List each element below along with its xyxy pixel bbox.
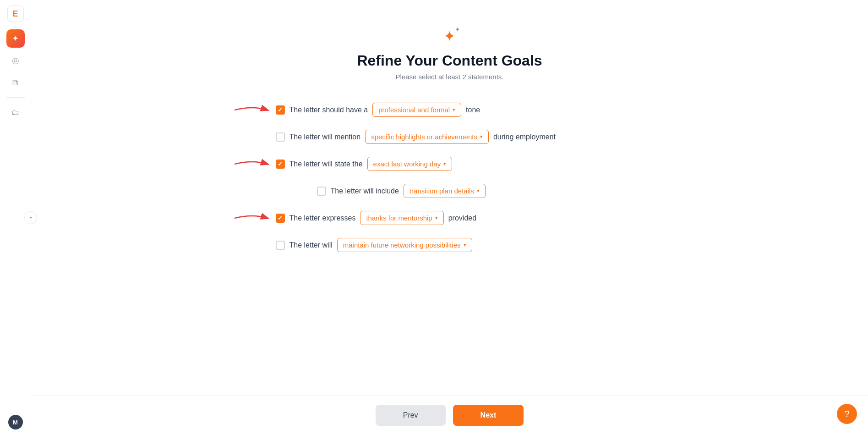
dropdown-2[interactable]: specific highlights or achievements ▾ xyxy=(365,130,489,144)
sidebar-item-folder[interactable]: 🗂 xyxy=(6,103,25,121)
sidebar-bottom: M xyxy=(8,415,23,429)
ai-icon: ✦ xyxy=(12,33,19,44)
arrow-1 xyxy=(235,103,271,117)
checkbox-2[interactable] xyxy=(276,132,285,142)
row-5-suffix: provided xyxy=(448,214,476,222)
sidebar: E ✦ ◎ ⧉ 🗂 M » xyxy=(0,0,31,435)
dropdown-6[interactable]: maintain future networking possibilities… xyxy=(337,238,472,252)
bottom-bar: Prev Next xyxy=(31,395,868,435)
sidebar-divider xyxy=(6,97,25,98)
page-sparkle-icon: ✦ ✦ xyxy=(443,28,456,45)
row-5-prefix: The letter expresses xyxy=(289,214,356,222)
sidebar-item-ai[interactable]: ✦ xyxy=(6,29,25,48)
sidebar-item-search[interactable]: ◎ xyxy=(6,51,25,70)
form-row-5: The letter expresses thanks for mentorsh… xyxy=(276,211,624,225)
chevron-down-icon: ▾ xyxy=(435,215,438,221)
dropdown-4[interactable]: transition plan details ▾ xyxy=(404,184,486,198)
checkbox-1[interactable] xyxy=(276,105,285,115)
row-3-prefix: The letter will state the xyxy=(289,160,363,168)
row-1-prefix: The letter should have a xyxy=(289,106,368,114)
app-logo[interactable]: E xyxy=(7,6,24,22)
avatar[interactable]: M xyxy=(8,415,23,429)
row-1-suffix: tone xyxy=(466,106,480,114)
page-subtitle: Please select at least 2 statements. xyxy=(396,73,504,81)
main-content: ✦ ✦ Refine Your Content Goals Please sel… xyxy=(31,0,868,435)
form-row-2: The letter will mention specific highlig… xyxy=(276,130,624,144)
next-button[interactable]: Next xyxy=(453,405,524,426)
checkbox-4[interactable] xyxy=(317,187,326,196)
form-row-3: The letter will state the exact last wor… xyxy=(276,157,624,171)
form-row-1: The letter should have a professional an… xyxy=(276,103,624,117)
row-2-suffix: during employment xyxy=(493,133,556,141)
form-row-6: The letter will maintain future networki… xyxy=(276,238,624,252)
checkbox-3[interactable] xyxy=(276,160,285,169)
form-row-4: The letter will include transition plan … xyxy=(276,184,624,198)
checkbox-6[interactable] xyxy=(276,241,285,250)
folder-icon: 🗂 xyxy=(11,108,20,117)
chevron-down-icon: ▾ xyxy=(480,134,483,140)
dropdown-3[interactable]: exact last working day ▾ xyxy=(367,157,453,171)
form-container: The letter should have a professional an… xyxy=(276,103,624,252)
row-6-prefix: The letter will xyxy=(289,241,333,249)
arrow-5 xyxy=(235,211,271,225)
search-icon: ◎ xyxy=(12,55,19,66)
row-2-prefix: The letter will mention xyxy=(289,133,361,141)
dropdown-1[interactable]: professional and formal ▾ xyxy=(372,103,461,117)
chevron-down-icon: ▾ xyxy=(477,188,480,194)
chevron-right-icon: » xyxy=(29,215,32,220)
chevron-down-icon: ▾ xyxy=(453,107,455,113)
arrow-3 xyxy=(235,157,271,171)
docs-icon: ⧉ xyxy=(12,78,18,88)
sidebar-collapse-button[interactable]: » xyxy=(24,211,37,224)
checkbox-5[interactable] xyxy=(276,214,285,223)
page-title: Refine Your Content Goals xyxy=(357,52,542,69)
dropdown-5[interactable]: thanks for mentorship ▾ xyxy=(360,211,443,225)
chevron-down-icon: ▾ xyxy=(464,242,466,248)
prev-button[interactable]: Prev xyxy=(376,405,446,426)
support-icon: ? xyxy=(844,409,849,419)
arrow-6 xyxy=(235,238,271,252)
sidebar-item-docs[interactable]: ⧉ xyxy=(6,73,25,92)
support-button[interactable]: ? xyxy=(837,404,857,424)
chevron-down-icon: ▾ xyxy=(443,161,446,167)
row-4-prefix: The letter will include xyxy=(331,187,399,195)
